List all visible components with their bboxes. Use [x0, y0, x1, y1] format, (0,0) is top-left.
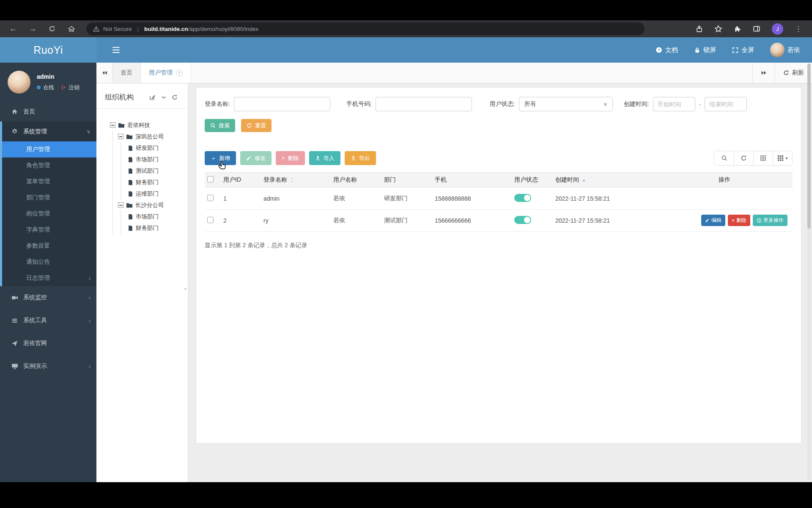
user-status-select[interactable]: 所有 ∨	[519, 97, 613, 111]
cell-phone: 15666666666	[432, 210, 512, 232]
org-tree-panel: 组织机构 若依科技 深圳总公司 研发部门	[96, 83, 188, 482]
page-scrollbar[interactable]	[807, 64, 811, 481]
export-button[interactable]: 导出	[345, 151, 376, 165]
sidebar-item-dept-mgmt[interactable]: 部门管理	[2, 190, 96, 206]
tree-collapse-icon[interactable]	[118, 202, 123, 208]
tree-node-leaf[interactable]: 研发部门	[128, 142, 188, 154]
tab-user-mgmt[interactable]: 用户管理 ×	[141, 63, 191, 83]
docs-button[interactable]: ? 文档	[656, 46, 678, 54]
browser-home-button[interactable]	[65, 22, 78, 35]
row-more-button[interactable]: 更多操作	[753, 215, 787, 226]
search-buttons: 搜索 重置	[205, 119, 793, 132]
created-time-label: 创建时间:	[624, 100, 649, 108]
sidebar-item-official-site[interactable]: 若依官网	[0, 332, 96, 355]
browser-reload-button[interactable]	[46, 22, 58, 35]
table-refresh-button[interactable]	[734, 151, 753, 165]
sidebar-item-system-mgmt[interactable]: 系统管理 ∨	[2, 121, 96, 141]
refresh-icon[interactable]	[172, 94, 178, 100]
import-button[interactable]: 导入	[309, 151, 340, 165]
tree-collapse-icon[interactable]	[110, 122, 115, 128]
share-icon[interactable]	[696, 25, 703, 33]
sidebar-profile: admin 在线 注销	[0, 63, 96, 102]
address-bar[interactable]: Not Secure | build.titanide.cn/app/demo/…	[86, 22, 645, 35]
sidebar-item-user-mgmt[interactable]: 用户管理	[2, 141, 96, 157]
table-search-toggle-button[interactable]	[714, 151, 734, 165]
sidebar-item-home[interactable]: 首页	[0, 102, 96, 121]
row-edit-button[interactable]: 编辑	[701, 215, 725, 226]
search-button[interactable]: 搜索	[205, 119, 235, 132]
tab-refresh-button[interactable]: 刷新	[775, 63, 812, 83]
profile-avatar[interactable]	[8, 71, 30, 94]
sidebar-item-notice[interactable]: 通知公告	[2, 254, 96, 270]
tree-node-leaf[interactable]: 市场部门	[128, 211, 188, 222]
edit-button[interactable]: 修改	[240, 151, 272, 165]
browser-menu-icon[interactable]: ⋮	[795, 25, 802, 33]
tab-close-icon[interactable]: ×	[176, 70, 183, 76]
fullscreen-button[interactable]: 全屏	[732, 46, 754, 54]
select-all-checkbox[interactable]	[207, 176, 214, 182]
sidebar-item-system-monitor[interactable]: 系统监控 ‹	[0, 286, 96, 309]
status-toggle[interactable]	[514, 216, 531, 224]
browser-profile-avatar[interactable]: J	[772, 23, 783, 35]
sort-both-icon	[290, 177, 294, 182]
tabs-scroll-right-button[interactable]	[752, 63, 775, 83]
row-checkbox[interactable]	[207, 195, 214, 201]
user-status-label: 用户状态:	[490, 100, 515, 108]
sidebar-item-system-tools[interactable]: 系统工具 ‹	[0, 309, 96, 332]
sidebar-item-demo[interactable]: 实例演示 ‹	[0, 355, 96, 378]
end-time-input[interactable]	[705, 97, 747, 111]
tree-node-root[interactable]: 若依科技	[110, 119, 188, 131]
reset-button[interactable]: 重置	[241, 119, 272, 132]
sidebar-item-post-mgmt[interactable]: 岗位管理	[2, 206, 96, 222]
tab-home[interactable]: 首页	[112, 63, 141, 83]
tree-node-leaf[interactable]: 财务部门	[128, 177, 188, 188]
sidebar-expanded-section: 系统管理 ∨ 用户管理 角色管理 菜单管理 部门管理 岗位管理 字典管理 参数设…	[0, 121, 96, 286]
tabs-scroll-left-button[interactable]	[96, 63, 112, 83]
panel-collapse-handle[interactable]: ‹	[182, 279, 189, 298]
tree-node-leaf[interactable]: 市场部门	[128, 154, 188, 165]
browser-forward-button[interactable]: →	[26, 22, 39, 35]
tree-node-leaf[interactable]: 测试部门	[128, 165, 188, 177]
row-delete-button[interactable]: ×删除	[728, 215, 750, 226]
col-created[interactable]: 创建时间	[553, 173, 656, 188]
start-time-input[interactable]	[653, 97, 695, 111]
tree-collapse-icon[interactable]	[118, 134, 123, 139]
logout-button[interactable]: 注销	[61, 84, 80, 91]
tree-node-branch[interactable]: 深圳总公司	[118, 131, 188, 142]
double-chevron-right-icon	[761, 70, 767, 76]
table-detail-view-button[interactable]	[753, 151, 773, 165]
user-avatar	[770, 43, 785, 57]
sidebar-item-menu-mgmt[interactable]: 菜单管理	[2, 174, 96, 190]
sidebar-item-role-mgmt[interactable]: 角色管理	[2, 157, 96, 174]
login-name-input[interactable]	[234, 97, 330, 111]
browser-back-button[interactable]: ←	[7, 22, 19, 35]
tree-node-leaf[interactable]: 财务部门	[128, 222, 188, 234]
row-checkbox[interactable]	[207, 217, 214, 223]
table-row[interactable]: 1 admin 若依 研发部门 15888888888 2022-11-27 1…	[205, 188, 793, 210]
table-row[interactable]: 2 ry 若依 测试部门 15666666666 2022-11-27 15:5…	[205, 210, 793, 232]
bookmark-star-icon[interactable]	[714, 25, 722, 33]
user-menu[interactable]: 若依	[770, 43, 800, 57]
app-logo[interactable]: RuoYi	[0, 37, 96, 63]
add-button[interactable]: ＋新增	[205, 151, 236, 165]
lock-screen-button[interactable]: 锁屏	[694, 46, 716, 54]
scrollbar-thumb[interactable]	[807, 64, 811, 229]
sidebar-item-log-mgmt[interactable]: 日志管理‹	[2, 270, 96, 286]
extensions-puzzle-icon[interactable]	[734, 25, 741, 33]
chevron-down-icon[interactable]	[161, 95, 166, 100]
sidebar-toggle-button[interactable]	[112, 47, 120, 53]
tree-node-branch[interactable]: 长沙分公司	[118, 199, 188, 211]
sidebar-item-param-settings[interactable]: 参数设置	[2, 238, 96, 254]
sidebar-item-dict-mgmt[interactable]: 字典管理	[2, 222, 96, 238]
lock-icon	[694, 47, 700, 53]
pencil-icon	[246, 155, 252, 161]
tree-node-leaf[interactable]: 运维部门	[128, 188, 188, 199]
col-login-name[interactable]: 登录名称	[261, 173, 331, 188]
phone-input[interactable]	[376, 97, 472, 111]
tab-panel-icon[interactable]	[753, 25, 760, 33]
delete-button[interactable]: ×删除	[276, 151, 305, 165]
edit-icon[interactable]	[149, 94, 156, 100]
question-circle-icon: ?	[656, 47, 662, 53]
status-toggle[interactable]	[514, 194, 531, 202]
table-columns-button[interactable]: ▾	[773, 151, 792, 165]
